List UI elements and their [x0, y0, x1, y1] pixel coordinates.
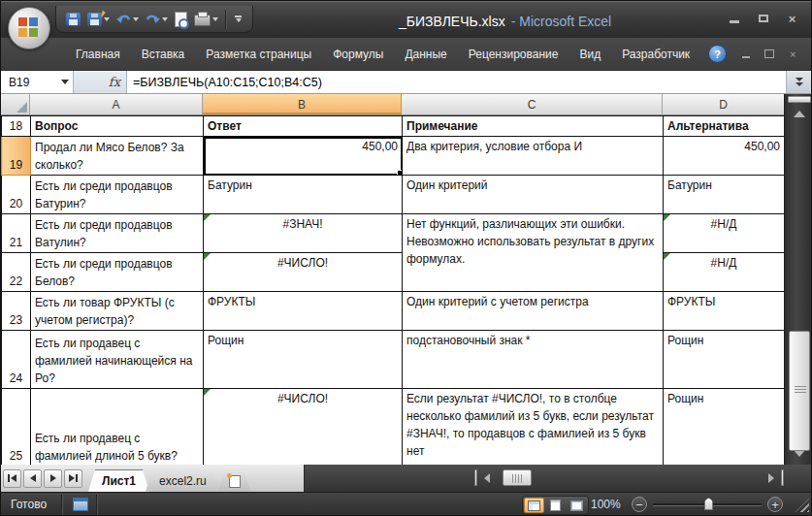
zoom-in-button[interactable]: + — [767, 497, 783, 512]
cell-B18[interactable]: Ответ — [204, 116, 403, 137]
tab-data[interactable]: Данные — [394, 41, 457, 68]
macro-record-button[interactable] — [71, 497, 90, 512]
cell-D23[interactable]: ФРУКТЫ — [664, 292, 785, 331]
zoom-out-button[interactable]: − — [632, 497, 647, 512]
save-button[interactable] — [64, 11, 82, 28]
cell-B21[interactable]: #ЗНАЧ! — [204, 214, 403, 253]
formula-input[interactable]: =БИЗВЛЕЧЬ(A10:C15;C10;B4:C5) — [127, 71, 786, 93]
cell-B23[interactable]: ФРУКТЫ — [204, 292, 403, 331]
cell-A19[interactable]: Продал ли Мясо Белов? За сколько? — [31, 137, 204, 176]
scroll-up-button[interactable] — [788, 105, 811, 123]
tab-page-layout[interactable]: Разметка страницы — [195, 41, 322, 68]
zoom-slider-thumb[interactable] — [704, 498, 713, 510]
cell-B22[interactable]: #ЧИСЛО! — [204, 253, 403, 292]
workbook-close-button[interactable]: × — [783, 48, 802, 61]
cell-C23[interactable]: Один критерий с учетом регистра — [403, 292, 664, 331]
workbook-restore-button[interactable] — [760, 48, 779, 61]
cell-D18[interactable]: Альтернатива — [664, 116, 785, 137]
print-button[interactable] — [192, 10, 220, 28]
minimize-button[interactable] — [721, 10, 747, 27]
scroll-left-button[interactable] — [477, 469, 497, 486]
expand-formula-bar-button[interactable] — [786, 71, 811, 93]
horizontal-scroll-thumb[interactable] — [503, 469, 532, 486]
row-header-25[interactable]: 25 — [2, 389, 31, 467]
cell-B20[interactable]: Батурин — [204, 176, 403, 214]
tab-home[interactable]: Главная — [65, 41, 131, 68]
cell-D22[interactable]: #Н/Д — [664, 253, 785, 292]
split-handle[interactable] — [788, 96, 811, 103]
insert-worksheet-button[interactable] — [218, 472, 251, 492]
scroll-right-button[interactable] — [762, 469, 781, 486]
undo-button[interactable] — [114, 11, 141, 27]
cell-C21-merged[interactable]: Нет функций, различающих эти ошибки. Нев… — [403, 214, 664, 292]
horizontal-scrollbar[interactable] — [474, 468, 784, 487]
cell-A20[interactable]: Есть ли среди продавцов Батурин? — [31, 176, 204, 214]
sheet-tab-лист1[interactable]: Лист1 — [88, 469, 149, 492]
row-header-24[interactable]: 24 — [2, 331, 31, 389]
cell-D24[interactable]: Рощин — [664, 331, 785, 389]
insert-function-button[interactable]: fx — [74, 71, 127, 93]
name-box[interactable]: B19 — [1, 71, 74, 93]
cell-C24[interactable]: подстановочный знак * — [403, 331, 664, 389]
customize-qat-button[interactable] — [232, 16, 244, 22]
cell-B19-selected[interactable]: 450,00 — [204, 137, 403, 176]
new-sheet-icon — [229, 475, 241, 488]
tab-review[interactable]: Рецензирование — [458, 41, 569, 68]
help-button[interactable]: ? — [708, 45, 727, 63]
cell-A18[interactable]: Вопрос — [31, 116, 204, 137]
cell-B24[interactable]: Рощин — [204, 331, 403, 389]
office-button[interactable] — [8, 7, 50, 49]
cell-C18[interactable]: Примечание — [403, 116, 664, 137]
cell-D20[interactable]: Батурин — [664, 176, 785, 214]
vertical-scroll-thumb[interactable] — [789, 331, 810, 451]
vertical-scroll-track[interactable] — [788, 123, 811, 442]
cell-D21[interactable]: #Н/Д — [664, 214, 785, 253]
select-all-button[interactable] — [1, 94, 30, 115]
row-header-18[interactable]: 18 — [2, 116, 31, 137]
close-button[interactable]: × — [779, 10, 805, 27]
cell-C20[interactable]: Один критерий — [403, 176, 664, 214]
row-header-23[interactable]: 23 — [2, 292, 31, 331]
row-header-21[interactable]: 21 — [2, 214, 31, 253]
row-header-19[interactable]: 19 — [2, 137, 31, 176]
row-header-22[interactable]: 22 — [2, 253, 31, 292]
sheet-tab-excel2ru[interactable]: excel2.ru — [146, 470, 220, 492]
split-handle[interactable] — [781, 469, 784, 486]
cell-A23[interactable]: Есть ли товар ФРУКТЫ (с учетом регистра)… — [31, 292, 204, 331]
resize-grip[interactable] — [796, 499, 809, 512]
tab-view[interactable]: Вид — [568, 41, 611, 68]
print-preview-button[interactable] — [173, 10, 189, 29]
last-sheet-button[interactable] — [64, 469, 82, 488]
first-sheet-button[interactable] — [3, 469, 21, 488]
cell-C25[interactable]: Если результат #ЧИСЛО!, то в столбце нес… — [403, 389, 664, 467]
row-header-20[interactable]: 20 — [2, 176, 31, 214]
tab-developer[interactable]: Разработчик — [611, 41, 700, 68]
maximize-button[interactable] — [750, 10, 776, 27]
cell-A25[interactable]: Есть ли продавец с фамилией длиной 5 бук… — [31, 389, 204, 467]
cell-C19[interactable]: Два критерия, условие отбора И — [403, 137, 664, 176]
tab-insert[interactable]: Вставка — [131, 41, 196, 68]
save-as-button[interactable] — [85, 11, 112, 28]
vertical-scrollbar[interactable] — [784, 94, 812, 465]
tab-formulas[interactable]: Формулы — [322, 41, 394, 68]
zoom-level[interactable]: 100% — [591, 498, 621, 511]
workbook-minimize-button[interactable] — [736, 48, 756, 61]
cell-D25[interactable]: Рощин — [664, 389, 785, 467]
cell-A21[interactable]: Есть ли среди продавцов Ватулин? — [31, 214, 204, 253]
previous-sheet-button[interactable] — [23, 469, 42, 488]
cell-A22[interactable]: Есть ли среди продавцов Белов? — [31, 253, 204, 292]
cell-D19[interactable]: 450,00 — [664, 137, 785, 176]
column-header-B[interactable]: B — [203, 94, 402, 115]
redo-button[interactable] — [144, 11, 170, 27]
cell-B25[interactable]: #ЧИСЛО! — [204, 389, 403, 467]
page-layout-view-button[interactable] — [545, 498, 566, 513]
column-header-D[interactable]: D — [663, 94, 784, 115]
normal-view-button[interactable] — [524, 498, 544, 513]
cell-A24[interactable]: Есть ли продавец с фамилией начинающейся… — [31, 331, 204, 389]
zoom-slider-track[interactable] — [653, 503, 762, 506]
column-header-C[interactable]: C — [402, 94, 663, 115]
column-header-A[interactable]: A — [30, 94, 203, 115]
horizontal-scroll-track[interactable] — [497, 469, 762, 486]
next-sheet-button[interactable] — [44, 469, 62, 488]
page-break-view-button[interactable] — [567, 498, 587, 513]
